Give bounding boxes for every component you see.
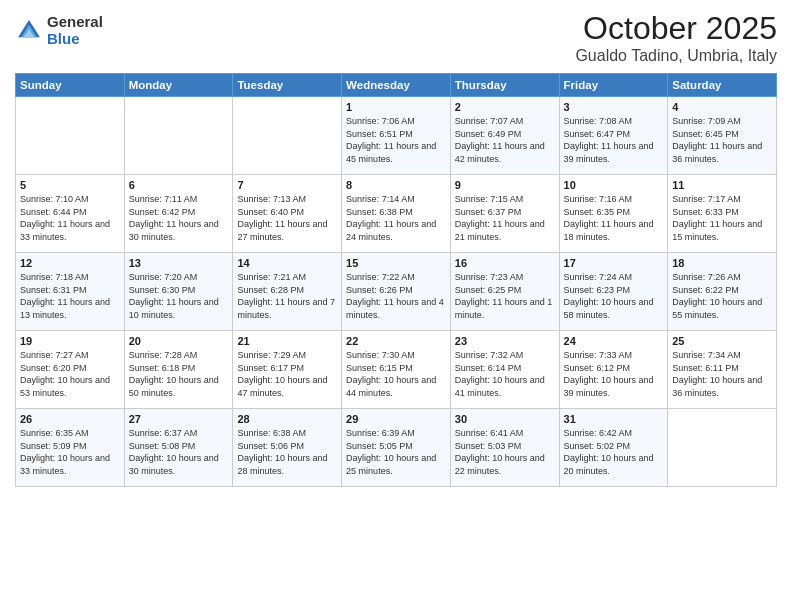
weekday-header-saturday: Saturday: [668, 74, 777, 97]
day-number: 19: [20, 335, 120, 347]
day-number: 3: [564, 101, 664, 113]
day-detail: Sunrise: 6:41 AM Sunset: 5:03 PM Dayligh…: [455, 427, 555, 477]
day-detail: Sunrise: 7:07 AM Sunset: 6:49 PM Dayligh…: [455, 115, 555, 165]
logo-icon: [15, 17, 43, 45]
day-number: 13: [129, 257, 229, 269]
weekday-header-row: SundayMondayTuesdayWednesdayThursdayFrid…: [16, 74, 777, 97]
calendar-cell: [16, 97, 125, 175]
day-detail: Sunrise: 7:20 AM Sunset: 6:30 PM Dayligh…: [129, 271, 229, 321]
calendar-cell: 2Sunrise: 7:07 AM Sunset: 6:49 PM Daylig…: [450, 97, 559, 175]
calendar-cell: 12Sunrise: 7:18 AM Sunset: 6:31 PM Dayli…: [16, 253, 125, 331]
calendar-cell: 6Sunrise: 7:11 AM Sunset: 6:42 PM Daylig…: [124, 175, 233, 253]
day-number: 28: [237, 413, 337, 425]
calendar-cell: 23Sunrise: 7:32 AM Sunset: 6:14 PM Dayli…: [450, 331, 559, 409]
calendar-cell: [668, 409, 777, 487]
day-detail: Sunrise: 6:39 AM Sunset: 5:05 PM Dayligh…: [346, 427, 446, 477]
weekday-header-wednesday: Wednesday: [342, 74, 451, 97]
day-detail: Sunrise: 7:16 AM Sunset: 6:35 PM Dayligh…: [564, 193, 664, 243]
weekday-header-friday: Friday: [559, 74, 668, 97]
calendar-cell: 29Sunrise: 6:39 AM Sunset: 5:05 PM Dayli…: [342, 409, 451, 487]
day-number: 24: [564, 335, 664, 347]
day-detail: Sunrise: 7:30 AM Sunset: 6:15 PM Dayligh…: [346, 349, 446, 399]
day-number: 12: [20, 257, 120, 269]
day-number: 26: [20, 413, 120, 425]
day-detail: Sunrise: 7:11 AM Sunset: 6:42 PM Dayligh…: [129, 193, 229, 243]
weekday-header-sunday: Sunday: [16, 74, 125, 97]
day-number: 31: [564, 413, 664, 425]
day-detail: Sunrise: 7:27 AM Sunset: 6:20 PM Dayligh…: [20, 349, 120, 399]
calendar-cell: 24Sunrise: 7:33 AM Sunset: 6:12 PM Dayli…: [559, 331, 668, 409]
day-number: 25: [672, 335, 772, 347]
day-detail: Sunrise: 7:29 AM Sunset: 6:17 PM Dayligh…: [237, 349, 337, 399]
day-number: 1: [346, 101, 446, 113]
day-detail: Sunrise: 7:21 AM Sunset: 6:28 PM Dayligh…: [237, 271, 337, 321]
calendar-cell: 17Sunrise: 7:24 AM Sunset: 6:23 PM Dayli…: [559, 253, 668, 331]
day-detail: Sunrise: 7:10 AM Sunset: 6:44 PM Dayligh…: [20, 193, 120, 243]
day-detail: Sunrise: 7:23 AM Sunset: 6:25 PM Dayligh…: [455, 271, 555, 321]
day-detail: Sunrise: 6:38 AM Sunset: 5:06 PM Dayligh…: [237, 427, 337, 477]
calendar-cell: 7Sunrise: 7:13 AM Sunset: 6:40 PM Daylig…: [233, 175, 342, 253]
calendar-cell: 30Sunrise: 6:41 AM Sunset: 5:03 PM Dayli…: [450, 409, 559, 487]
month-title: October 2025: [575, 10, 777, 47]
weekday-header-thursday: Thursday: [450, 74, 559, 97]
day-detail: Sunrise: 7:14 AM Sunset: 6:38 PM Dayligh…: [346, 193, 446, 243]
calendar-week-row: 12Sunrise: 7:18 AM Sunset: 6:31 PM Dayli…: [16, 253, 777, 331]
logo-blue: Blue: [47, 31, 103, 48]
logo-general: General: [47, 14, 103, 31]
calendar-cell: 8Sunrise: 7:14 AM Sunset: 6:38 PM Daylig…: [342, 175, 451, 253]
calendar-week-row: 5Sunrise: 7:10 AM Sunset: 6:44 PM Daylig…: [16, 175, 777, 253]
page: General Blue October 2025 Gualdo Tadino,…: [0, 0, 792, 612]
logo-text: General Blue: [47, 14, 103, 47]
calendar-cell: 10Sunrise: 7:16 AM Sunset: 6:35 PM Dayli…: [559, 175, 668, 253]
calendar-cell: 21Sunrise: 7:29 AM Sunset: 6:17 PM Dayli…: [233, 331, 342, 409]
day-number: 5: [20, 179, 120, 191]
day-detail: Sunrise: 7:33 AM Sunset: 6:12 PM Dayligh…: [564, 349, 664, 399]
calendar-cell: 27Sunrise: 6:37 AM Sunset: 5:08 PM Dayli…: [124, 409, 233, 487]
calendar-cell: 26Sunrise: 6:35 AM Sunset: 5:09 PM Dayli…: [16, 409, 125, 487]
day-number: 10: [564, 179, 664, 191]
calendar-cell: 22Sunrise: 7:30 AM Sunset: 6:15 PM Dayli…: [342, 331, 451, 409]
calendar-cell: 13Sunrise: 7:20 AM Sunset: 6:30 PM Dayli…: [124, 253, 233, 331]
day-detail: Sunrise: 6:35 AM Sunset: 5:09 PM Dayligh…: [20, 427, 120, 477]
day-number: 16: [455, 257, 555, 269]
calendar-cell: 14Sunrise: 7:21 AM Sunset: 6:28 PM Dayli…: [233, 253, 342, 331]
day-detail: Sunrise: 6:42 AM Sunset: 5:02 PM Dayligh…: [564, 427, 664, 477]
day-number: 6: [129, 179, 229, 191]
day-number: 23: [455, 335, 555, 347]
day-number: 11: [672, 179, 772, 191]
day-number: 9: [455, 179, 555, 191]
day-detail: Sunrise: 7:34 AM Sunset: 6:11 PM Dayligh…: [672, 349, 772, 399]
calendar-table: SundayMondayTuesdayWednesdayThursdayFrid…: [15, 73, 777, 487]
calendar-cell: 1Sunrise: 7:06 AM Sunset: 6:51 PM Daylig…: [342, 97, 451, 175]
title-block: October 2025 Gualdo Tadino, Umbria, Ital…: [575, 10, 777, 65]
day-number: 29: [346, 413, 446, 425]
day-number: 18: [672, 257, 772, 269]
day-number: 2: [455, 101, 555, 113]
calendar-cell: 25Sunrise: 7:34 AM Sunset: 6:11 PM Dayli…: [668, 331, 777, 409]
day-detail: Sunrise: 7:28 AM Sunset: 6:18 PM Dayligh…: [129, 349, 229, 399]
location-title: Gualdo Tadino, Umbria, Italy: [575, 47, 777, 65]
weekday-header-monday: Monday: [124, 74, 233, 97]
calendar-cell: 19Sunrise: 7:27 AM Sunset: 6:20 PM Dayli…: [16, 331, 125, 409]
day-number: 30: [455, 413, 555, 425]
day-detail: Sunrise: 7:18 AM Sunset: 6:31 PM Dayligh…: [20, 271, 120, 321]
day-number: 17: [564, 257, 664, 269]
calendar-cell: 18Sunrise: 7:26 AM Sunset: 6:22 PM Dayli…: [668, 253, 777, 331]
day-detail: Sunrise: 7:08 AM Sunset: 6:47 PM Dayligh…: [564, 115, 664, 165]
day-number: 14: [237, 257, 337, 269]
calendar-cell: 5Sunrise: 7:10 AM Sunset: 6:44 PM Daylig…: [16, 175, 125, 253]
calendar-cell: 9Sunrise: 7:15 AM Sunset: 6:37 PM Daylig…: [450, 175, 559, 253]
logo: General Blue: [15, 14, 103, 47]
day-number: 8: [346, 179, 446, 191]
day-detail: Sunrise: 7:09 AM Sunset: 6:45 PM Dayligh…: [672, 115, 772, 165]
day-detail: Sunrise: 7:17 AM Sunset: 6:33 PM Dayligh…: [672, 193, 772, 243]
day-number: 4: [672, 101, 772, 113]
day-detail: Sunrise: 7:26 AM Sunset: 6:22 PM Dayligh…: [672, 271, 772, 321]
calendar-week-row: 1Sunrise: 7:06 AM Sunset: 6:51 PM Daylig…: [16, 97, 777, 175]
calendar-cell: 28Sunrise: 6:38 AM Sunset: 5:06 PM Dayli…: [233, 409, 342, 487]
day-detail: Sunrise: 7:13 AM Sunset: 6:40 PM Dayligh…: [237, 193, 337, 243]
calendar-cell: 3Sunrise: 7:08 AM Sunset: 6:47 PM Daylig…: [559, 97, 668, 175]
day-detail: Sunrise: 7:32 AM Sunset: 6:14 PM Dayligh…: [455, 349, 555, 399]
calendar-cell: 31Sunrise: 6:42 AM Sunset: 5:02 PM Dayli…: [559, 409, 668, 487]
day-number: 22: [346, 335, 446, 347]
